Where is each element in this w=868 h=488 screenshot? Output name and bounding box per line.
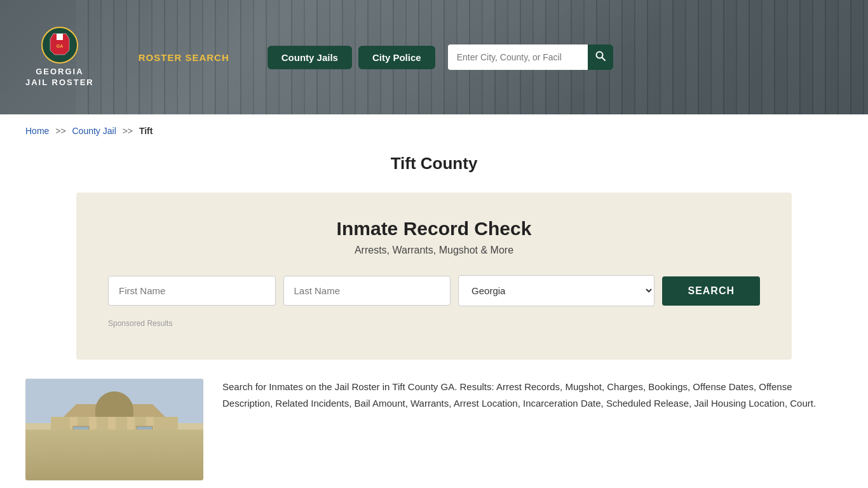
record-box-title: Inmate Record Check	[108, 218, 760, 240]
county-jails-button[interactable]: County Jails	[268, 46, 352, 69]
nav-buttons: County Jails City Police	[268, 46, 435, 69]
page-title: Tift County	[0, 154, 868, 173]
svg-marker-2	[57, 34, 63, 40]
breadcrumb: Home >> County Jail >> Tift	[0, 114, 868, 147]
sponsored-results-label: Sponsored Results	[108, 319, 760, 328]
record-search-button[interactable]: SEARCH	[662, 276, 760, 306]
building-image	[25, 379, 203, 480]
header-search-area	[448, 44, 613, 70]
header-search-input[interactable]	[448, 46, 588, 69]
breadcrumb-sep2: >>	[123, 126, 133, 136]
svg-rect-17	[137, 426, 153, 442]
inmate-record-box: Inmate Record Check Arrests, Warrants, M…	[76, 193, 792, 360]
search-icon	[595, 51, 606, 61]
breadcrumb-home[interactable]: Home	[25, 126, 49, 136]
header-content: GA GEORGIA JAIL ROSTER ROSTER SEARCH Cou…	[0, 0, 868, 114]
logo-area: GA GEORGIA JAIL ROSTER	[25, 26, 94, 88]
svg-text:GA: GA	[57, 44, 64, 48]
state-select[interactable]: AlabamaAlaskaArizonaArkansasCaliforniaCo…	[458, 275, 654, 306]
site-header: GA GEORGIA JAIL ROSTER ROSTER SEARCH Cou…	[0, 0, 868, 114]
svg-rect-7	[25, 379, 203, 423]
nav-area: ROSTER SEARCH County Jails City Police	[119, 44, 843, 70]
building-illustration	[25, 379, 203, 480]
last-name-input[interactable]	[283, 276, 451, 306]
georgia-seal-icon: GA	[41, 26, 79, 64]
description-text: Search for Inmates on the Jail Roster in…	[222, 379, 843, 411]
svg-rect-12	[108, 417, 116, 480]
record-box-subtitle: Arrests, Warrants, Mugshot & More	[108, 245, 760, 256]
breadcrumb-current: Tift	[139, 126, 153, 136]
svg-rect-16	[73, 426, 89, 442]
svg-rect-13	[127, 417, 135, 480]
logo-text: GEORGIA JAIL ROSTER	[25, 67, 94, 88]
first-name-input[interactable]	[108, 276, 276, 306]
bottom-section: Search for Inmates on the Jail Roster in…	[25, 379, 843, 480]
record-form: AlabamaAlaskaArizonaArkansasCaliforniaCo…	[108, 275, 760, 306]
breadcrumb-county-jail[interactable]: County Jail	[72, 126, 116, 136]
svg-rect-15	[102, 449, 127, 480]
svg-line-5	[602, 57, 605, 60]
breadcrumb-sep1: >>	[55, 126, 65, 136]
svg-marker-9	[64, 404, 165, 417]
city-police-button[interactable]: City Police	[358, 46, 435, 69]
roster-search-link[interactable]: ROSTER SEARCH	[139, 52, 229, 63]
header-search-button[interactable]	[588, 44, 613, 70]
svg-rect-11	[89, 417, 97, 480]
